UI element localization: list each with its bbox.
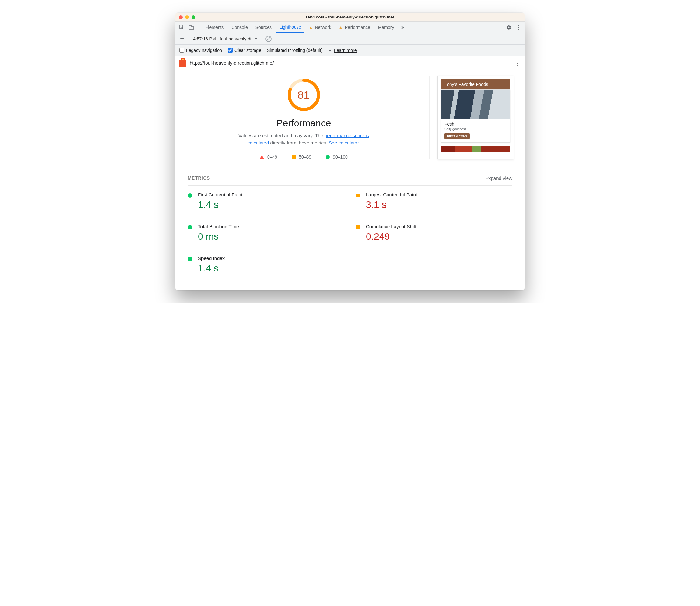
tab-lighthouse[interactable]: Lighthouse <box>276 22 305 33</box>
warning-icon: ▲ <box>309 25 313 30</box>
report-selector[interactable]: 4:57:16 PM - foul-heavenly-di ▼ <box>189 33 258 44</box>
preview-item-name: Fesh <box>444 122 507 127</box>
report-menu-icon[interactable]: ⋮ <box>514 59 521 67</box>
expand-view-toggle[interactable]: Expand view <box>485 176 512 181</box>
titlebar: DevTools - foul-heavenly-direction.glitc… <box>175 13 525 22</box>
more-tabs-icon[interactable]: » <box>399 23 407 31</box>
tab-network[interactable]: ▲Network <box>306 22 334 33</box>
metric-label: Cumulative Layout Shift <box>366 224 416 229</box>
circle-green-icon <box>326 155 330 159</box>
performance-heading: Performance <box>276 118 331 129</box>
kebab-menu-icon[interactable]: ⋮ <box>514 23 523 31</box>
metric-value: 0.249 <box>366 231 416 242</box>
legend-label: 50–89 <box>299 154 311 160</box>
preview-header: Tony's Favorite Foods <box>441 79 510 89</box>
metric-fcp: First Contentful Paint 1.4 s <box>188 186 344 217</box>
performance-gauge: 81 <box>287 78 321 112</box>
svg-rect-2 <box>191 26 193 30</box>
metrics-grid: First Contentful Paint 1.4 s Largest Con… <box>175 186 525 290</box>
metric-tbt: Total Blocking Time 0 ms <box>188 217 344 249</box>
page-preview: Tony's Favorite Foods Fesh Salty goodnes… <box>437 76 514 160</box>
preview-strip <box>441 146 510 152</box>
tab-label: Console <box>231 25 247 30</box>
tab-performance[interactable]: ▲Performance <box>336 22 373 33</box>
tab-label: Elements <box>205 25 224 30</box>
preview-item-sub: Salty goodness <box>444 127 507 131</box>
metrics-heading: METRICS <box>188 176 210 181</box>
preview-card: Fesh Salty goodness PROS & CONS <box>441 89 510 143</box>
report-score-panel: 81 Performance Values are estimated and … <box>185 76 430 160</box>
settings-gear-icon[interactable] <box>505 23 513 31</box>
metric-label: First Contentful Paint <box>198 192 242 197</box>
tab-label: Memory <box>378 25 394 30</box>
metric-label: Speed Index <box>198 256 225 261</box>
metric-value: 1.4 s <box>198 199 242 210</box>
learn-more-link[interactable]: Learn more <box>334 48 357 53</box>
report-preview-panel: Tony's Favorite Foods Fesh Salty goodnes… <box>430 76 515 160</box>
clear-report-icon[interactable] <box>265 36 272 42</box>
clear-storage-input[interactable] <box>228 48 233 52</box>
devtools-window: DevTools - foul-heavenly-direction.glitc… <box>175 13 525 290</box>
tab-elements[interactable]: Elements <box>202 22 227 33</box>
lighthouse-options: Legacy navigation Clear storage Simulate… <box>175 45 525 56</box>
chevron-down-icon: ▼ <box>255 37 258 41</box>
metric-value: 0 ms <box>198 231 239 242</box>
legend-label: 90–100 <box>333 154 348 160</box>
legend-fail: 0–49 <box>260 154 277 160</box>
square-orange-icon <box>356 225 360 229</box>
devtools-tabbar: Elements Console Sources Lighthouse ▲Net… <box>175 22 525 33</box>
report-url-row: https://foul-heavenly-direction.glitch.m… <box>175 56 525 70</box>
report-selector-label: 4:57:16 PM - foul-heavenly-di <box>193 36 251 41</box>
metric-label: Total Blocking Time <box>198 224 239 229</box>
metric-value: 1.4 s <box>198 263 225 274</box>
legend-pass: 90–100 <box>326 154 348 160</box>
inspect-element-icon[interactable] <box>177 23 186 31</box>
gauge-score: 81 <box>287 78 321 112</box>
circle-green-icon <box>188 257 192 261</box>
circle-green-icon <box>188 225 192 230</box>
metric-label: Largest Contentful Paint <box>366 192 417 197</box>
desc-text: Values are estimated and may vary. The <box>238 133 324 138</box>
circle-green-icon <box>188 193 192 197</box>
metric-si: Speed Index 1.4 s <box>188 249 344 281</box>
tab-sources[interactable]: Sources <box>252 22 275 33</box>
see-calculator-link[interactable]: See calculator. <box>329 140 360 145</box>
throttle-dropdown[interactable]: ▼Learn more <box>328 48 357 53</box>
tabbar-divider <box>198 24 199 31</box>
lighthouse-logo-icon <box>179 60 187 67</box>
tab-label: Sources <box>256 25 272 30</box>
metric-empty <box>356 249 512 281</box>
report-url: https://foul-heavenly-direction.glitch.m… <box>190 60 274 66</box>
report-summary: 81 Performance Values are estimated and … <box>175 70 525 163</box>
preview-image <box>441 90 510 119</box>
metrics-header: METRICS Expand view <box>175 163 525 183</box>
preview-item-button: PROS & CONS <box>444 133 469 139</box>
new-report-button[interactable]: + <box>178 35 186 43</box>
tab-memory[interactable]: Memory <box>375 22 397 33</box>
legacy-navigation-checkbox[interactable]: Legacy navigation <box>179 48 222 53</box>
tab-label: Network <box>315 25 331 30</box>
legend-average: 50–89 <box>292 154 311 160</box>
tab-label: Lighthouse <box>280 24 301 30</box>
score-legend: 0–49 50–89 90–100 <box>260 154 348 160</box>
clear-storage-checkbox[interactable]: Clear storage <box>228 48 261 53</box>
device-toolbar-icon[interactable] <box>187 23 195 31</box>
warning-icon: ▲ <box>339 25 343 30</box>
metric-cls: Cumulative Layout Shift 0.249 <box>356 217 512 249</box>
legend-label: 0–49 <box>267 154 277 160</box>
preview-body: Fesh Salty goodness PROS & CONS <box>441 119 510 142</box>
desc-text: directly from these metrics. <box>269 140 329 145</box>
triangle-red-icon <box>260 155 264 159</box>
performance-description: Values are estimated and may vary. The p… <box>234 132 374 147</box>
legacy-navigation-label: Legacy navigation <box>186 48 222 53</box>
tab-label: Performance <box>345 25 370 30</box>
tab-console[interactable]: Console <box>228 22 251 33</box>
throttle-label: Simulated throttling (default) <box>267 48 323 53</box>
metric-lcp: Largest Contentful Paint 3.1 s <box>356 186 512 217</box>
legacy-navigation-input[interactable] <box>179 48 184 52</box>
window-title: DevTools - foul-heavenly-direction.glitc… <box>175 15 525 19</box>
square-orange-icon <box>292 155 296 159</box>
clear-storage-label: Clear storage <box>235 48 261 53</box>
metric-value: 3.1 s <box>366 199 417 210</box>
square-orange-icon <box>356 193 360 197</box>
